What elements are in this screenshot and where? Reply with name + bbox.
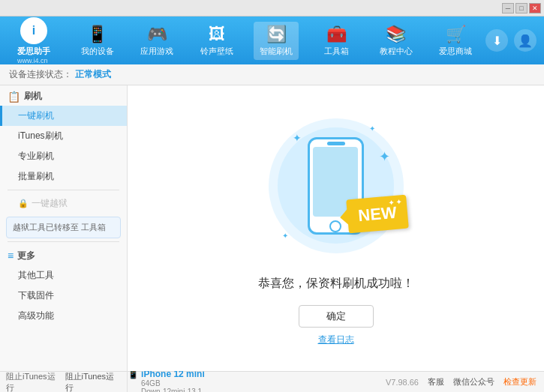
itunes-bar: 阻止iTunes运行 阻止iTunes运行 — [0, 371, 128, 392]
nav-shop[interactable]: 🛒 爱思商城 — [433, 22, 478, 60]
user-button[interactable]: 👤 — [514, 29, 536, 52]
minimize-button[interactable]: ─ — [502, 3, 514, 13]
nav-ringtone[interactable]: 🖼 铃声壁纸 — [194, 22, 239, 60]
device-info: 📱 iPhone 12 mini 64GB Down-12mini-13,1 — [128, 369, 205, 393]
content-area: ✦ ✦ ✦ ✦ NEW ✦ ✦ 恭喜您，保资料刷机成功啦！ 确定 查看日志 — [128, 85, 544, 371]
nav-my-device[interactable]: 📱 我的设备 — [75, 22, 120, 60]
restore-button[interactable]: □ — [515, 3, 527, 13]
nav-apps-label: 应用游戏 — [140, 46, 173, 57]
phone-notch — [327, 142, 345, 145]
star-4: ✦ — [282, 232, 288, 240]
nav-flash-label: 智能刷机 — [260, 46, 293, 57]
sidebar-item-batch-flash[interactable]: 批量刷机 — [0, 166, 127, 187]
flash-section-label: 刷机 — [24, 90, 42, 103]
status-bar: 设备连接状态： 正常模式 — [0, 64, 544, 85]
nav-tools[interactable]: 🧰 工具箱 — [314, 22, 359, 60]
flash-nav-icon: 🔄 — [266, 25, 287, 44]
sidebar-item-other-tools[interactable]: 其他工具 — [0, 265, 127, 286]
tools-nav-icon: 🧰 — [326, 25, 347, 44]
bottom-right: V7.98.66 客服 微信公众号 检查更新 — [386, 376, 536, 388]
sidebar-divider-2 — [8, 241, 119, 242]
lock-icon: 🔒 — [18, 199, 29, 208]
visit-log-link[interactable]: 查看日志 — [318, 334, 354, 346]
sidebar-section-jailbreak: 🔒 一键越狱 — [0, 193, 127, 214]
more-section-icon: ≡ — [8, 250, 14, 262]
sidebar-section-more[interactable]: ≡ 更多 — [0, 245, 127, 265]
sidebar-item-pro-flash[interactable]: 专业刷机 — [0, 146, 127, 166]
nav-tools-label: 工具箱 — [324, 46, 349, 57]
version-label: V7.98.66 — [386, 378, 419, 387]
logo-icon: i — [20, 17, 47, 44]
svg-text:i: i — [32, 24, 35, 37]
more-section-label: 更多 — [17, 250, 35, 262]
nav-shop-label: 爱思商城 — [439, 46, 472, 57]
phone-illustration: ✦ ✦ ✦ ✦ NEW ✦ ✦ — [261, 111, 411, 261]
shop-nav-icon: 🛒 — [446, 25, 466, 44]
download-button[interactable]: ⬇ — [485, 29, 508, 52]
main-layout: 📋 刷机 一键刷机 iTunes刷机 专业刷机 批量刷机 🔒 一键越狱 越狱工具… — [0, 85, 544, 371]
nav-apps[interactable]: 🎮 应用游戏 — [134, 22, 179, 60]
device-version: Down-12mini-13,1 — [128, 388, 205, 393]
header-right: ⬇ 👤 — [485, 29, 536, 52]
sidebar-section-flash[interactable]: 📋 刷机 — [0, 85, 127, 106]
star-2: ✦ — [369, 124, 375, 133]
nav-ringtone-label: 铃声壁纸 — [200, 46, 233, 57]
wechat-link[interactable]: 微信公众号 — [453, 376, 494, 388]
sidebar: 📋 刷机 一键刷机 iTunes刷机 专业刷机 批量刷机 🔒 一键越狱 越狱工具… — [0, 85, 128, 371]
new-badge-stars: ✦ ✦ — [387, 198, 401, 207]
sidebar-item-download-firmware[interactable]: 下载固件 — [0, 286, 127, 306]
confirm-button[interactable]: 确定 — [299, 305, 374, 328]
new-badge: NEW ✦ ✦ — [346, 194, 409, 233]
phone-home-btn — [329, 220, 341, 232]
nav-tutorial-label: 教程中心 — [380, 46, 413, 57]
itunes-stop-button[interactable]: 阻止iTunes运行 — [6, 371, 62, 393]
logo-area: i 爱思助手 www.i4.cn — [8, 17, 60, 64]
ringtone-nav-icon: 🖼 — [209, 25, 225, 44]
sidebar-item-itunes-flash[interactable]: iTunes刷机 — [0, 126, 127, 146]
flash-section-icon: 📋 — [8, 91, 20, 103]
sidebar-jailbreak-note: 越狱工具已转移至 工具箱 — [6, 217, 121, 238]
success-text: 恭喜您，保资料刷机成功啦！ — [258, 276, 414, 292]
sidebar-divider-1 — [8, 190, 119, 190]
tutorial-nav-icon: 📚 — [386, 25, 406, 44]
apps-nav-icon: 🎮 — [147, 25, 167, 44]
title-bar: ─ □ ✕ — [0, 0, 544, 16]
star-1: ✦ — [293, 132, 302, 144]
logo-text: 爱思助手 www.i4.cn — [17, 46, 50, 64]
sidebar-item-advanced[interactable]: 高级功能 — [0, 306, 127, 326]
device-storage: 64GB — [128, 379, 205, 388]
nav-flash[interactable]: 🔄 智能刷机 — [254, 22, 299, 60]
nav-tutorial[interactable]: 📚 教程中心 — [374, 22, 419, 60]
status-value: 正常模式 — [75, 68, 111, 81]
itunes-stop-label[interactable]: 阻止iTunes运行 — [65, 371, 122, 393]
nav-items: 📱 我的设备 🎮 应用游戏 🖼 铃声壁纸 🔄 智能刷机 🧰 工具箱 📚 教程中心… — [68, 22, 485, 60]
header: i 爱思助手 www.i4.cn 📱 我的设备 🎮 应用游戏 🖼 铃声壁纸 🔄 … — [0, 16, 544, 64]
status-label: 设备连接状态： — [9, 68, 72, 81]
device-nav-icon: 📱 — [87, 25, 107, 44]
check-update-link[interactable]: 检查更新 — [503, 376, 536, 388]
nav-my-device-label: 我的设备 — [81, 46, 114, 57]
star-3: ✦ — [379, 148, 390, 165]
sidebar-item-onekey-flash[interactable]: 一键刷机 — [0, 106, 127, 126]
customer-service-link[interactable]: 客服 — [428, 376, 444, 388]
close-button[interactable]: ✕ — [529, 3, 541, 13]
